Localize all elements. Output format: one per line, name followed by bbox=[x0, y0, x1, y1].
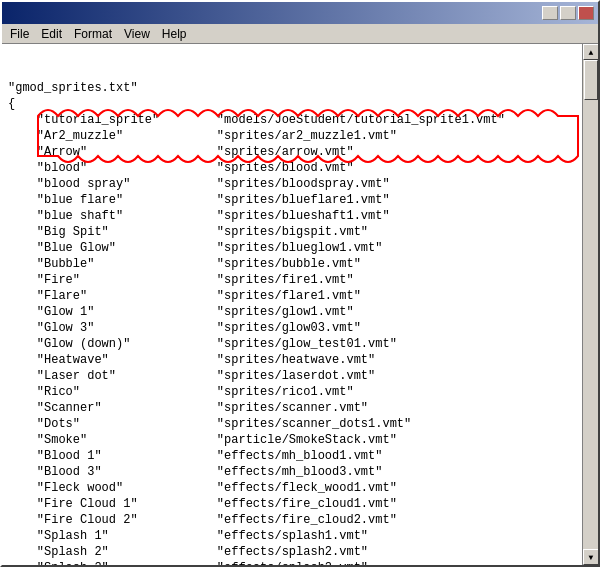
menu-view[interactable]: View bbox=[118, 25, 156, 43]
main-window: File Edit Format View Help "gmod_sprites… bbox=[0, 0, 600, 567]
vertical-scrollbar[interactable]: ▲ ▼ bbox=[582, 44, 598, 565]
scroll-down-button[interactable]: ▼ bbox=[583, 549, 598, 565]
text-editor[interactable]: "gmod_sprites.txt" { "tutorial_sprite" "… bbox=[2, 44, 582, 565]
menu-help[interactable]: Help bbox=[156, 25, 193, 43]
scroll-track[interactable] bbox=[583, 60, 598, 549]
content-area: "gmod_sprites.txt" { "tutorial_sprite" "… bbox=[2, 44, 598, 565]
scroll-thumb[interactable] bbox=[584, 60, 598, 100]
menu-edit[interactable]: Edit bbox=[35, 25, 68, 43]
menu-file[interactable]: File bbox=[4, 25, 35, 43]
maximize-button[interactable] bbox=[560, 6, 576, 20]
title-bar bbox=[2, 2, 598, 24]
scroll-up-button[interactable]: ▲ bbox=[583, 44, 598, 60]
menu-format[interactable]: Format bbox=[68, 25, 118, 43]
title-bar-buttons bbox=[542, 6, 594, 20]
menu-bar: File Edit Format View Help bbox=[2, 24, 598, 44]
close-button[interactable] bbox=[578, 6, 594, 20]
minimize-button[interactable] bbox=[542, 6, 558, 20]
